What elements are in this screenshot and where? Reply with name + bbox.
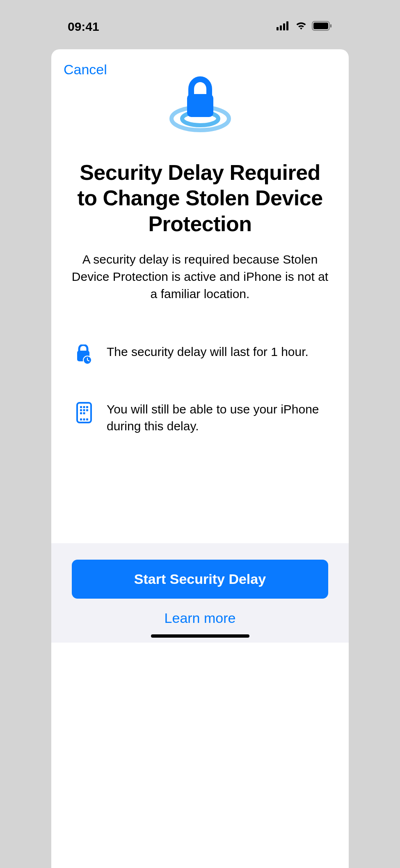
svg-rect-6 xyxy=(330,24,331,28)
svg-rect-0 xyxy=(277,27,279,30)
svg-rect-20 xyxy=(83,412,85,414)
learn-more-button[interactable]: Learn more xyxy=(72,599,328,630)
start-security-delay-button[interactable]: Start Security Delay xyxy=(72,560,328,599)
status-icons xyxy=(277,21,332,32)
home-indicator[interactable] xyxy=(151,634,249,638)
page-title: Security Delay Required to Change Stolen… xyxy=(68,160,332,237)
info-text: The security delay will last for 1 hour. xyxy=(107,344,309,361)
svg-rect-9 xyxy=(187,94,213,117)
lock-clock-icon xyxy=(74,344,94,364)
stolen-device-protection-icon xyxy=(51,69,349,139)
svg-rect-14 xyxy=(83,406,85,408)
svg-rect-5 xyxy=(313,23,328,29)
info-item-usable: You will still be able to use your iPhon… xyxy=(68,401,332,434)
svg-rect-13 xyxy=(80,406,82,408)
status-time: 09:41 xyxy=(68,20,99,34)
page-subtitle: A security delay is required because Sto… xyxy=(68,251,332,303)
security-delay-sheet: Cancel Security Delay Required to Change… xyxy=(51,49,349,643)
main-content: Security Delay Required to Change Stolen… xyxy=(51,139,349,543)
info-text: You will still be able to use your iPhon… xyxy=(107,401,326,434)
wifi-icon xyxy=(295,21,308,32)
svg-rect-1 xyxy=(280,25,282,30)
svg-rect-18 xyxy=(86,409,88,411)
battery-icon xyxy=(312,21,332,32)
svg-rect-23 xyxy=(86,418,88,420)
sheet-footer: Start Security Delay Learn more xyxy=(51,543,349,643)
bottom-whitespace xyxy=(51,643,349,868)
phone-apps-icon xyxy=(74,401,94,423)
svg-rect-19 xyxy=(80,412,82,414)
info-item-duration: The security delay will last for 1 hour. xyxy=(68,344,332,364)
cellular-icon xyxy=(277,21,290,32)
svg-rect-2 xyxy=(283,23,285,30)
svg-rect-22 xyxy=(83,418,85,420)
svg-rect-17 xyxy=(83,409,85,411)
svg-rect-16 xyxy=(80,409,82,411)
status-bar: 09:41 xyxy=(51,0,349,49)
svg-rect-15 xyxy=(86,406,88,408)
info-list: The security delay will last for 1 hour. xyxy=(68,344,332,434)
svg-rect-21 xyxy=(80,418,82,420)
svg-rect-3 xyxy=(286,21,288,30)
